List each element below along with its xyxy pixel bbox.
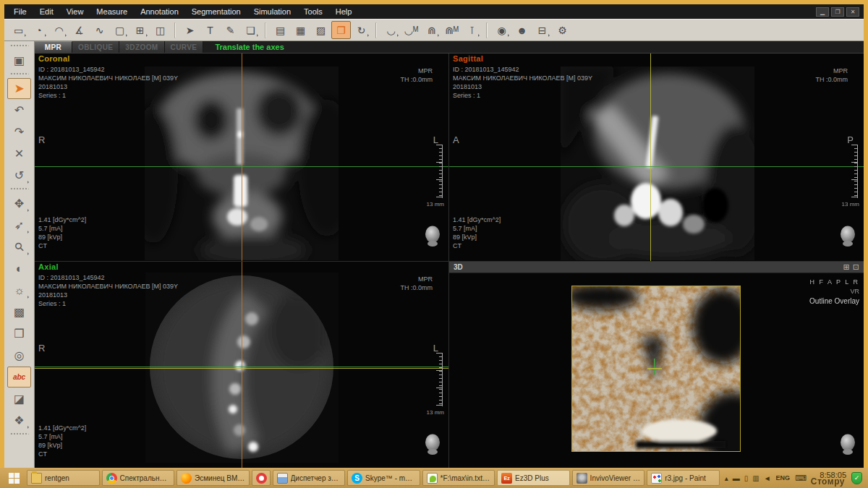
axial-viewport[interactable]: Axial ID : 20181013_145942МАКСИМ НИКОЛАЕ… [35, 262, 448, 468]
pan-tool-icon[interactable]: ✥ [7, 193, 31, 214]
roi-tool-icon[interactable]: ▢ [110, 21, 129, 39]
tab-curve[interactable]: CURVE [165, 41, 204, 53]
delete-annotation-icon[interactable]: ✕ [7, 143, 31, 164]
shape-annotation-icon[interactable]: ❏ [241, 21, 260, 39]
taskbar-item-rentgen[interactable]: rentgen [27, 470, 100, 486]
image-export-icon[interactable]: ▨ [311, 21, 331, 39]
layers-icon[interactable]: ❒ [7, 323, 31, 344]
tapeline-tool-icon[interactable]: ◔ [29, 21, 48, 39]
zoom-tool-icon[interactable]: ⚲ [7, 236, 31, 257]
abc-overlay-icon[interactable]: abc [7, 367, 31, 388]
maximize-button[interactable]: ❐ [831, 7, 844, 17]
implant-tool-icon[interactable]: ⊺ [462, 21, 482, 39]
sidebar-icon[interactable] [9, 45, 29, 49]
keyboard-icon[interactable]: ⌨ [795, 474, 807, 483]
tab-oblique[interactable]: OBLIQUE [72, 41, 119, 53]
angle-tool-icon[interactable]: ◠ [49, 21, 69, 39]
taskbar-item-paint[interactable]: r3.jpg - Paint [647, 470, 720, 486]
taskbar-item-taskmgr[interactable]: Диспетчер задач [273, 470, 346, 486]
close-button[interactable]: ✕ [846, 7, 859, 17]
mpr-overlay-icon[interactable]: ❐ [331, 21, 351, 39]
menu-item[interactable]: View [60, 6, 90, 17]
volume-render-image[interactable] [572, 286, 740, 451]
profile-tool-icon[interactable]: ∿ [90, 21, 109, 39]
menu-item[interactable]: Simulation [247, 6, 297, 17]
tray-action-center-icon[interactable]: ▬ [733, 474, 740, 482]
axial-crosshair-vertical[interactable] [242, 262, 242, 468]
taskbar-item-firefox[interactable]: Эсминец ВМС С... [176, 470, 250, 486]
angle-3d-tool-icon[interactable]: ∡ [69, 21, 89, 39]
draw-annotation-icon[interactable]: ✎ [221, 21, 240, 39]
arch-section-m-icon[interactable]: ◡ᴹ [401, 21, 421, 39]
toolbar-icon[interactable] [486, 22, 488, 38]
menu-item[interactable]: Segmentation [185, 6, 247, 17]
brightness-icon[interactable]: ☼ [7, 280, 31, 301]
sidebar-icon[interactable] [9, 433, 29, 437]
antivirus-shield-icon[interactable] [851, 472, 862, 484]
pointer-tool-icon[interactable]: ➤ [7, 78, 31, 99]
axial-crosshair-horizontal[interactable] [35, 367, 448, 367]
sagittal-crosshair-horizontal[interactable] [449, 166, 864, 167]
clock-area[interactable]: 8:58:05 Стомру [812, 469, 846, 487]
print-icon[interactable]: ▣ [7, 50, 31, 71]
arch-section-icon[interactable]: ◡ [381, 21, 401, 39]
tile-layout-icon[interactable]: ❖ [7, 410, 31, 431]
cube-view-icon[interactable]: ◪ [7, 388, 31, 409]
taskbar-item-notepad[interactable]: *F:\max\in.txt - N... [422, 470, 495, 486]
coronal-crosshair-horizontal[interactable] [35, 166, 448, 167]
undo-icon[interactable]: ↶ [7, 100, 31, 121]
tray-network-icon[interactable]: ▥ [752, 474, 759, 482]
panorama-m-icon[interactable]: ⋒ᴹ [442, 21, 461, 39]
ruler-tool-icon[interactable]: ▭ [9, 21, 28, 39]
coronal-viewport[interactable]: Coronal ID : 20181013_145942МАКСИМ НИКОЛ… [35, 53, 448, 261]
preferences-wrench-icon[interactable]: ⚙ [553, 21, 572, 39]
sagittal-crosshair-vertical[interactable] [650, 53, 651, 261]
start-button[interactable] [3, 469, 25, 487]
menu-item[interactable]: Help [329, 6, 359, 17]
tray-device-icon[interactable]: ▯ [744, 474, 749, 482]
tab-mpr[interactable]: MPR [35, 41, 72, 53]
tab-3dzoom[interactable]: 3DZOOM [119, 41, 164, 53]
taskbar-item-ez3d[interactable]: Ez3D Plus [497, 470, 570, 486]
rotate-3d-tool-icon[interactable]: ➶ [7, 215, 31, 236]
text-annotation-icon[interactable]: T [200, 21, 220, 39]
taskbar-item-opera[interactable] [252, 470, 271, 486]
minimize-button[interactable]: ▁ [816, 7, 829, 17]
toolbar-icon[interactable] [265, 22, 266, 38]
redo-icon[interactable]: ↷ [7, 121, 31, 142]
menu-item[interactable]: Edit [33, 6, 60, 17]
tray-hidden-icons-chevron[interactable]: ▴ [725, 474, 728, 482]
menu-item[interactable]: Annotation [134, 6, 185, 17]
taskbar-item-chrome[interactable]: Спектральный а... [102, 470, 175, 486]
capture-region-icon[interactable]: ▦ [291, 21, 310, 39]
language-indicator[interactable]: ENG [776, 474, 791, 481]
window-level-icon[interactable]: ▩ [7, 301, 31, 322]
volume-3d-viewport[interactable]: 3D ⊞ ⊡ [449, 262, 864, 468]
capture-screen-icon[interactable]: ◉ [492, 21, 511, 39]
orientation-head-icon[interactable] [424, 434, 441, 455]
sagittal-viewport[interactable]: Sagittal ID : 20181013_145942МАКСИМ НИКО… [449, 53, 864, 261]
sidebar-icon[interactable] [9, 73, 29, 77]
orientation-head-icon[interactable] [424, 226, 441, 247]
sidebar-icon[interactable] [9, 188, 29, 192]
magnify-preview-icon[interactable]: ◎ [7, 345, 31, 366]
panorama-icon[interactable]: ⋒ [422, 21, 441, 39]
orientation-head-icon[interactable] [839, 226, 856, 247]
menu-item[interactable]: Tools [297, 6, 329, 17]
toolbar-icon[interactable] [375, 22, 377, 38]
3d-capture-icon[interactable]: ⊡ [853, 262, 859, 272]
menu-item[interactable]: Measure [90, 6, 134, 17]
grid-tool-icon[interactable]: ⊞ [130, 21, 150, 39]
patient-manager-icon[interactable]: ☻ [512, 21, 532, 39]
volume-measure-tool-icon[interactable]: ◫ [150, 21, 170, 39]
3d-grid-icon[interactable]: ⊞ [843, 262, 850, 272]
invert-contrast-icon[interactable]: ◐ [7, 258, 31, 279]
axial-crosshair-horizontal-2[interactable] [35, 368, 448, 369]
orientation-head-icon[interactable] [839, 434, 856, 455]
toolbar-icon[interactable] [174, 22, 176, 38]
volume-render-box[interactable] [571, 286, 741, 452]
taskbar-item-invivo[interactable]: InvivoViewer - [Ni... [572, 470, 645, 486]
report-edit-icon[interactable]: ▤ [271, 21, 290, 39]
taskbar-item-skype[interactable]: Skype™ - max-n1... [347, 470, 420, 486]
reset-view-icon[interactable]: ↺ [7, 165, 31, 186]
